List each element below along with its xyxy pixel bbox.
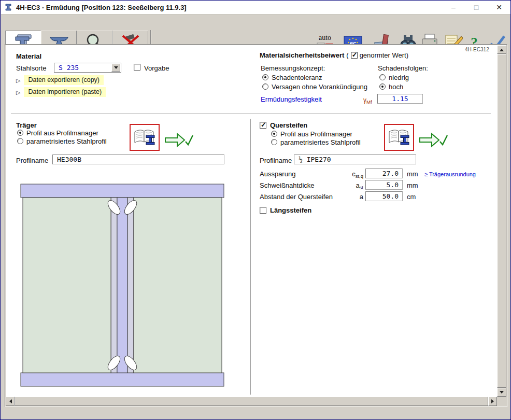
traegerausrundung-link[interactable]: ≥ Trägerausrundung — [424, 171, 476, 177]
radio-traeger-parametrisiert[interactable] — [17, 138, 23, 144]
aussparung-value: 27.0 — [382, 170, 399, 177]
sym-char: c — [352, 170, 356, 178]
export-label: Daten exportieren (copy) — [24, 75, 104, 85]
gamma-input[interactable]: 1.15 — [377, 94, 423, 104]
radio-versagen[interactable] — [262, 83, 268, 90]
laengssteifen-checkbox[interactable] — [260, 207, 266, 214]
abstand-input[interactable]: 50.0 — [365, 191, 403, 201]
schweissnaht-symbol: ast — [337, 181, 363, 189]
traeger-profilmanager-button[interactable] — [130, 124, 160, 151]
aussparung-unit: mm — [407, 170, 418, 178]
chevron-down-icon[interactable] — [111, 64, 120, 72]
sym-sub: st — [360, 185, 363, 190]
horizontal-scrollbar[interactable] — [6, 397, 497, 406]
radio-schadentoleranz[interactable] — [262, 74, 268, 80]
minimize-button[interactable]: – — [442, 1, 465, 14]
sym-sub: st,q — [356, 173, 363, 179]
schweissnaht-label: Schweißnahtdicke — [260, 181, 315, 189]
beam-cross-section-drawing — [20, 184, 224, 387]
stahlsorte-label: Stahlsorte — [16, 64, 47, 72]
gamma-symbol: γMf — [363, 96, 372, 104]
profile-book-icon — [133, 128, 157, 147]
vertical-scroll-thumb[interactable] — [497, 54, 506, 388]
schweissnaht-unit: mm — [407, 181, 418, 189]
module-code: 4H-EC312 — [465, 47, 489, 52]
traeger-apply-button[interactable] — [164, 131, 194, 149]
abstand-symbol: a — [337, 193, 363, 201]
quersteifen-apply-button[interactable] — [418, 131, 448, 149]
traeger-parametrisiert-label: parametrisiertes Stahlprofil — [26, 137, 107, 145]
hoch-label: hoch — [389, 83, 403, 91]
window-title: 4H-EC3 - Ermüdung [Position 123: Seeßelb… — [16, 4, 442, 11]
scroll-right-button[interactable] — [488, 397, 497, 406]
quersteifen-checkbox[interactable] — [260, 122, 266, 129]
traeger-profilname-value: HE300B — [57, 156, 81, 163]
traeger-profilname-label: Profilname — [16, 157, 48, 164]
schadensfolgen-label: Schadensfolgen: — [378, 64, 428, 72]
vertical-scrollbar[interactable] — [497, 45, 506, 397]
material-section-title: Material — [16, 52, 41, 60]
quersteifen-profilname-input[interactable]: ½ IPE270 — [294, 155, 416, 164]
titlebar: 4H-EC3 - Ermüdung [Position 123: Seeßelb… — [1, 1, 510, 15]
bemessungskonzept-label: Bemessungskonzept: — [261, 64, 325, 72]
quersteifen-profilmanager-label: Profil aus Profilmanager — [280, 130, 352, 138]
traeger-profilname-input[interactable]: HE300B — [52, 155, 224, 164]
radio-niedrig[interactable] — [379, 74, 386, 80]
app-icon — [4, 3, 12, 11]
niedrig-label: niedrig — [389, 74, 409, 81]
scroll-up-button[interactable] — [497, 45, 506, 54]
vertical-divider — [250, 119, 251, 395]
abstand-label: Abstand der Quersteifen — [260, 193, 333, 201]
radio-traeger-profilmanager[interactable] — [17, 130, 23, 136]
horizontal-scroll-thumb[interactable] — [15, 397, 488, 406]
quersteifen-profilname-label: Profilname — [260, 157, 292, 164]
green-arrow-check-icon — [164, 131, 194, 149]
radio-quersteifen-profilmanager[interactable] — [271, 131, 277, 137]
green-arrow-check-icon — [418, 131, 448, 149]
sym-char: a — [356, 181, 359, 189]
scroll-down-button[interactable] — [497, 388, 506, 397]
scrollbar-corner — [497, 397, 506, 406]
quersteifen-section-title: Quersteifen — [270, 121, 307, 129]
toolbar: auto aus ec — [1, 15, 510, 44]
schweissnaht-input[interactable]: 5.0 — [365, 180, 403, 190]
import-arrow-icon — [16, 88, 20, 96]
radio-quersteifen-parametrisiert[interactable] — [271, 139, 277, 145]
vorgabe-label: Vorgabe — [144, 64, 169, 72]
schweissnaht-value: 5.0 — [387, 181, 399, 189]
radio-hoch[interactable] — [379, 83, 386, 90]
auto-label: auto — [319, 34, 331, 41]
laengssteifen-label: Längssteifen — [270, 206, 311, 214]
gamma-sub-char: Mf — [366, 99, 372, 105]
genormt-paren-open: ( — [346, 51, 348, 59]
aussparung-symbol: cst,q — [337, 170, 363, 178]
horizontal-divider — [11, 114, 491, 114]
traeger-profilmanager-label: Profil aus Profilmanager — [26, 129, 98, 137]
quersteifen-profilname-value: ½ IPE270 — [299, 156, 331, 163]
abstand-unit: cm — [407, 193, 416, 201]
versagen-label: Versagen ohne Vorankündigung — [272, 83, 367, 91]
genormter-wert-checkbox[interactable] — [351, 52, 358, 59]
maximize-button[interactable]: □ — [465, 1, 488, 14]
stahlsorte-select[interactable]: S 235 — [54, 63, 121, 73]
export-arrow-icon — [16, 76, 20, 84]
import-paste-button[interactable]: Daten importieren (paste) — [16, 87, 106, 97]
sicherheit-section-title: Materialsicherheitsbeiwert — [260, 51, 344, 59]
quersteifen-profilmanager-button[interactable] — [384, 124, 414, 151]
ermuedungsfestigkeit-link[interactable]: Ermüdungsfestigkeit — [261, 95, 322, 103]
traeger-section-title: Träger — [16, 121, 37, 129]
gamma-value: 1.15 — [392, 95, 408, 103]
content-area: 4H-EC312 Material Stahlsorte S 235 Vorga… — [6, 45, 497, 397]
sicherheit-title-line: Materialsicherheitsbeiwert ( genormter W… — [260, 51, 408, 59]
aussparung-label: Aussparung — [260, 170, 295, 178]
quersteifen-parametrisiert-label: parametrisiertes Stahlprofil — [280, 138, 361, 146]
abstand-value: 50.0 — [382, 192, 399, 200]
export-copy-button[interactable]: Daten exportieren (copy) — [16, 75, 104, 85]
aussparung-input[interactable]: 27.0 — [365, 169, 403, 178]
profile-book-icon — [387, 128, 411, 147]
close-button[interactable]: ✕ — [488, 1, 510, 14]
scroll-left-button[interactable] — [6, 397, 15, 406]
import-label: Daten importieren (paste) — [24, 87, 106, 97]
stahlsorte-value: S 235 — [54, 64, 111, 72]
vorgabe-checkbox[interactable] — [134, 64, 140, 71]
